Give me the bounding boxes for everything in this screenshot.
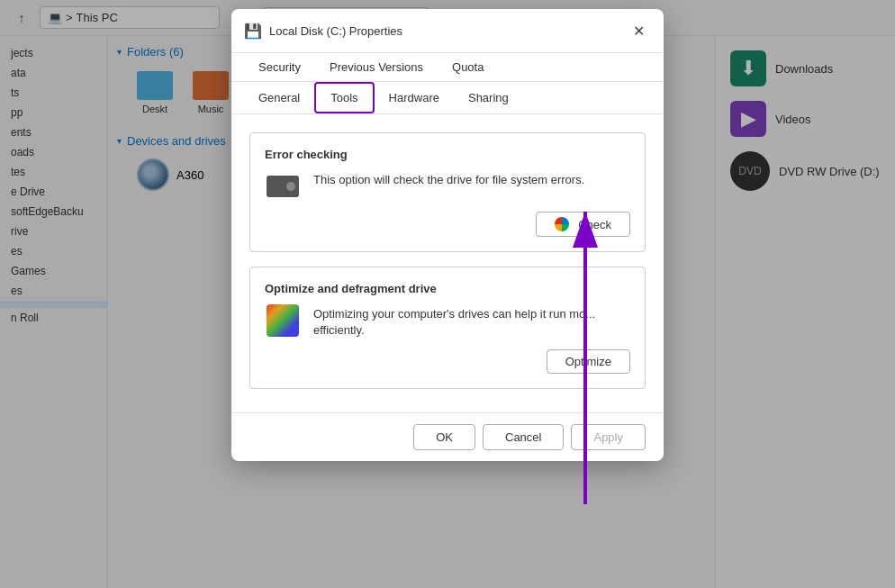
hdd-icon-wrapper <box>265 172 301 201</box>
optimize-section-title: Optimize and defragment drive <box>265 282 630 295</box>
tab-security[interactable]: Security <box>244 53 315 81</box>
modal-title: Local Disk (C:) Properties <box>269 24 619 38</box>
optimize-icon <box>267 304 299 337</box>
tab-previous-versions[interactable]: Previous Versions <box>315 53 438 81</box>
check-button[interactable]: Check <box>536 212 630 237</box>
modal-titlebar: 💾 Local Disk (C:) Properties ✕ <box>231 9 664 53</box>
properties-dialog: 💾 Local Disk (C:) Properties ✕ Security … <box>231 9 664 461</box>
optimize-description: Optimizing your computer's drives can he… <box>313 306 630 339</box>
modal-overlay: 💾 Local Disk (C:) Properties ✕ Security … <box>0 0 895 588</box>
optimize-icon-wrapper <box>265 306 301 335</box>
modal-footer: OK Cancel Apply <box>231 412 664 461</box>
optimize-button[interactable]: Optimize <box>547 349 630 374</box>
check-multicolor-icon <box>555 217 569 231</box>
cancel-button[interactable]: Cancel <box>483 424 564 450</box>
modal-disk-icon: 💾 <box>244 23 262 40</box>
tab-sharing[interactable]: Sharing <box>454 82 523 113</box>
optimize-section-row: Optimizing your computer's drives can he… <box>265 306 630 339</box>
hdd-icon <box>267 176 299 197</box>
apply-button[interactable]: Apply <box>571 424 646 450</box>
modal-tabs: Security Previous Versions Quota <box>231 53 664 82</box>
error-checking-section: Error checking This option will check th… <box>249 132 646 252</box>
modal-tabs-row2: General Tools Hardware Sharing <box>231 82 664 114</box>
tab-general[interactable]: General <box>244 82 314 113</box>
error-checking-btn-row: Check <box>265 212 630 237</box>
error-checking-row: This option will check the drive for fil… <box>265 172 630 201</box>
check-button-label: Check <box>578 218 611 231</box>
tab-hardware[interactable]: Hardware <box>375 82 454 113</box>
tab-tools[interactable]: Tools <box>314 82 374 113</box>
ok-button[interactable]: OK <box>413 424 475 450</box>
error-checking-description: This option will check the drive for fil… <box>313 172 630 188</box>
optimize-btn-row: Optimize <box>265 349 630 374</box>
error-checking-title: Error checking <box>265 148 630 161</box>
modal-close-button[interactable]: ✕ <box>626 18 651 43</box>
tab-quota[interactable]: Quota <box>438 53 498 81</box>
optimize-button-label: Optimize <box>565 355 611 368</box>
optimize-section: Optimize and defragment drive Optimizing… <box>249 267 646 389</box>
modal-content: Error checking This option will check th… <box>231 114 664 412</box>
